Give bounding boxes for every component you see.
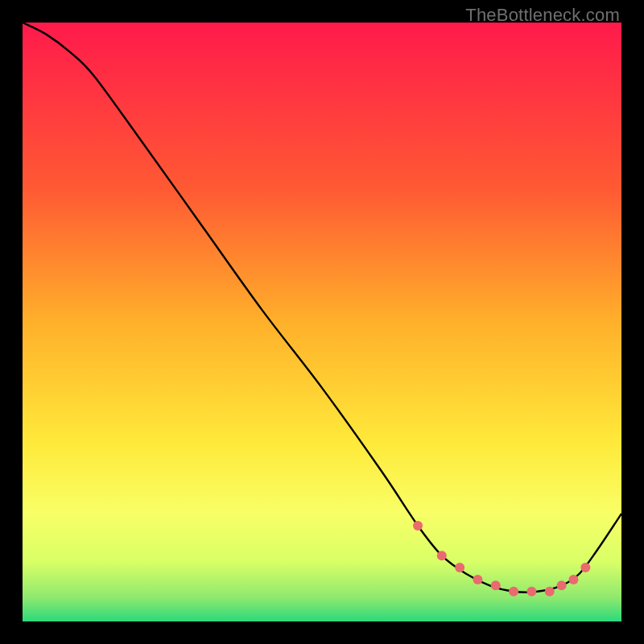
plot-area [23, 23, 621, 621]
chart-stage: TheBottleneck.com [0, 0, 644, 644]
background-gradient [23, 23, 621, 621]
watermark-text: TheBottleneck.com [465, 5, 620, 26]
gradient-rect [23, 23, 621, 621]
